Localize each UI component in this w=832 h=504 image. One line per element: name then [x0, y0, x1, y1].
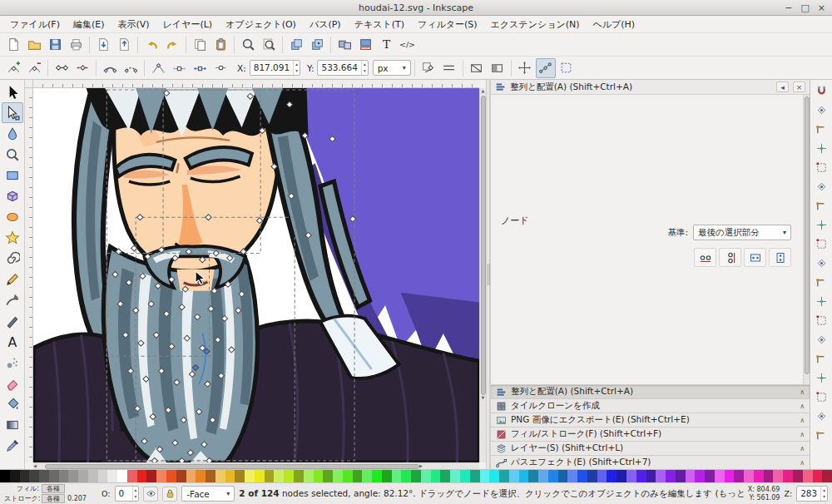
palette-swatch[interactable]: [245, 470, 255, 482]
palette-swatch[interactable]: [734, 470, 744, 482]
dialog-bar-tile-clones[interactable]: タイルクローンを作成 ∧: [491, 398, 810, 413]
palette-swatch[interactable]: [597, 470, 607, 482]
palette-swatch[interactable]: [206, 470, 215, 482]
palette-swatch[interactable]: [577, 470, 587, 482]
snap-bbox-corner-button[interactable]: [812, 139, 830, 158]
palette-swatch[interactable]: [146, 470, 156, 482]
snap-page-border-button[interactable]: [812, 368, 830, 388]
palette-swatch[interactable]: [10, 470, 20, 482]
palette-swatch[interactable]: [489, 470, 499, 482]
group-button[interactable]: [334, 35, 354, 55]
horizontal-scrollbar-thumb[interactable]: [45, 464, 419, 469]
palette-swatch[interactable]: [284, 470, 294, 482]
menu-extensions[interactable]: エクステンション(N): [484, 17, 587, 32]
dialog-bar-layers[interactable]: レイヤー(S) (Shift+Ctrl+L) ∧: [491, 441, 810, 455]
palette-swatch[interactable]: [156, 470, 166, 482]
menu-text[interactable]: テキスト(T): [348, 17, 411, 32]
snap-text-baseline-button[interactable]: [812, 349, 830, 368]
layer-selector[interactable]: -Face ▾: [181, 486, 235, 502]
palette-swatch[interactable]: [127, 470, 137, 482]
delete-segment-button[interactable]: [121, 58, 141, 78]
palette-swatch[interactable]: [353, 470, 363, 482]
palette-swatch[interactable]: [460, 470, 470, 482]
palette-swatch[interactable]: [567, 470, 577, 482]
spinner-buttons[interactable]: ▴▾: [293, 61, 300, 75]
palette-swatch[interactable]: [382, 470, 392, 482]
new-document-button[interactable]: [3, 35, 23, 55]
distribute-nodes-horizontally-button[interactable]: [744, 248, 766, 267]
palette-swatch[interactable]: [431, 470, 441, 482]
duplicate-button[interactable]: [286, 35, 306, 55]
palette-swatch[interactable]: [607, 470, 617, 482]
distribute-nodes-vertically-button[interactable]: [769, 248, 791, 267]
palette-swatch[interactable]: [372, 470, 382, 482]
minimize-button[interactable]: −: [785, 3, 792, 12]
snap-rotation-center-button[interactable]: [812, 330, 830, 349]
palette-swatch[interactable]: [656, 470, 666, 482]
palette-swatch[interactable]: [304, 470, 314, 482]
snap-object-center-button[interactable]: [812, 311, 830, 330]
spin-down-icon[interactable]: ▾: [364, 68, 366, 74]
dialog-bar-fill-stroke[interactable]: フィル/ストローク(F) (Shift+Ctrl+F) ∧: [491, 427, 810, 441]
snap-bbox-center-button[interactable]: [812, 177, 830, 196]
palette-swatch[interactable]: [68, 470, 78, 482]
save-button[interactable]: [45, 35, 65, 55]
scroll-left-icon[interactable]: ◀: [33, 463, 37, 470]
ellipse-tool-button[interactable]: [2, 206, 23, 227]
palette-swatch[interactable]: [773, 470, 783, 482]
palette-swatch[interactable]: [265, 470, 275, 482]
vertical-scrollbar-thumb[interactable]: [481, 96, 486, 395]
palette-swatch[interactable]: [519, 470, 529, 482]
pencil-tool-button[interactable]: [2, 269, 23, 289]
snap-smooth-node-button[interactable]: [812, 273, 830, 292]
menu-filters[interactable]: フィルター(S): [411, 17, 484, 32]
calligraphy-tool-button[interactable]: [2, 310, 23, 331]
text-dialog-button[interactable]: [376, 35, 396, 55]
canvas[interactable]: [33, 88, 479, 462]
copy-button[interactable]: [190, 35, 210, 55]
dock-float-button[interactable]: ◂: [776, 82, 789, 92]
palette-swatch[interactable]: [392, 470, 402, 482]
gradient-tool-button[interactable]: [2, 414, 23, 435]
maximize-button[interactable]: □: [800, 3, 809, 12]
palette-swatch[interactable]: [617, 470, 626, 482]
palette-swatch[interactable]: [0, 470, 10, 482]
palette-swatch[interactable]: [666, 470, 676, 482]
palette-swatch[interactable]: [803, 470, 813, 482]
palette-swatch[interactable]: [39, 470, 49, 482]
scroll-up-icon[interactable]: ▲: [482, 88, 485, 95]
align-nodes-vertically-button[interactable]: [719, 248, 741, 267]
spray-tool-button[interactable]: [2, 352, 23, 373]
menu-help[interactable]: ヘルプ(H): [586, 17, 641, 32]
palette-swatch[interactable]: [333, 470, 343, 482]
palette-swatch[interactable]: [822, 470, 832, 482]
node-tool-button[interactable]: [2, 102, 23, 123]
rectangle-tool-button[interactable]: [2, 165, 23, 185]
palette-swatch[interactable]: [411, 470, 421, 482]
snap-cusp-node-button[interactable]: [812, 254, 830, 273]
spin-down-icon[interactable]: ▾: [135, 494, 137, 500]
spinner-buttons[interactable]: ▴▾: [361, 61, 368, 75]
palette-swatch[interactable]: [813, 470, 823, 482]
palette-swatch[interactable]: [186, 470, 196, 482]
open-button[interactable]: [24, 35, 44, 55]
dock-resize-handle[interactable]: [486, 80, 490, 469]
menu-path[interactable]: パス(P): [303, 17, 348, 32]
print-button[interactable]: [66, 35, 86, 55]
titlebar[interactable]: houdai-12.svg - Inkscape − □ ×: [0, 0, 832, 16]
paste-button[interactable]: [210, 35, 230, 55]
menu-file[interactable]: ファイル(F): [3, 17, 67, 32]
snap-path-button[interactable]: [812, 215, 830, 235]
show-outline-button[interactable]: [557, 58, 577, 78]
snap-grid-button[interactable]: [812, 388, 830, 407]
insert-node-button[interactable]: [3, 58, 23, 78]
zoom-page-button[interactable]: [259, 35, 279, 55]
palette-swatch[interactable]: [235, 470, 245, 482]
palette-swatch[interactable]: [176, 470, 186, 482]
edit-clip-button[interactable]: [467, 58, 487, 78]
symmetric-node-button[interactable]: [190, 58, 210, 78]
zoom-spinbox[interactable]: 283 ▴▾: [796, 486, 828, 502]
stroke-to-path-button[interactable]: [439, 58, 459, 78]
align-nodes-horizontally-button[interactable]: [694, 248, 716, 267]
palette-swatch[interactable]: [314, 470, 324, 482]
